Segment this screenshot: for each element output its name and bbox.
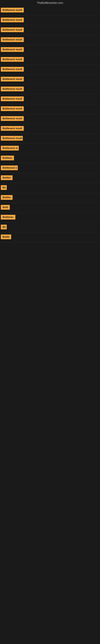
bottleneck-badge[interactable]: Bottlen xyxy=(1,195,13,200)
list-item: Bottleneck re xyxy=(0,144,100,154)
bottleneck-badge[interactable]: Bottleneck result xyxy=(1,86,24,91)
bottleneck-badge[interactable]: Bottleneck result xyxy=(1,18,24,22)
list-item: Bottlen xyxy=(0,193,100,203)
list-item: Bottleneck result xyxy=(0,65,100,75)
list-item: Bottleneck result xyxy=(0,84,100,94)
list-item: Bottleneck result xyxy=(0,94,100,104)
bottleneck-badge[interactable]: Bottleneck re xyxy=(1,146,19,150)
list-item: Bottleneck result xyxy=(0,114,100,124)
list-item: Bo xyxy=(0,183,100,193)
bottleneck-badge[interactable]: Bottleneck result xyxy=(1,106,24,111)
bottleneck-badge[interactable]: Bottleneck result xyxy=(1,67,24,72)
site-title: TheBottlenecker.com xyxy=(0,0,100,6)
list-item: Bottl xyxy=(0,203,100,213)
bottleneck-badge[interactable]: Bottleneck result xyxy=(1,136,23,141)
list-item: Bottlen xyxy=(0,173,100,183)
bottleneck-badge[interactable]: Bottleneck result xyxy=(1,96,24,101)
bottleneck-badge[interactable]: Bottleneck result xyxy=(1,57,24,62)
list-item: Bottleneck result xyxy=(0,16,100,25)
list-item: Bottleneck result xyxy=(0,45,100,55)
list-item: Bottlene xyxy=(0,154,100,164)
list-item: Bottlenec xyxy=(0,213,100,222)
list-item: Bottleneck result xyxy=(0,35,100,45)
badges-container: Bottleneck resultBottleneck resultBottle… xyxy=(0,6,100,242)
bottleneck-badge[interactable]: Bottleneck result xyxy=(1,37,24,42)
bottleneck-badge[interactable]: Bottlen xyxy=(1,175,13,180)
bottleneck-badge[interactable]: Bo xyxy=(1,224,7,230)
list-item: Bottleneck result xyxy=(0,6,100,16)
bottleneck-badge[interactable]: Bottleneck result xyxy=(1,116,24,121)
bottleneck-badge[interactable]: Bottleneck result xyxy=(1,77,24,82)
list-item: Bottleneck result xyxy=(0,55,100,65)
list-item: Bottleneck result xyxy=(0,75,100,84)
bottleneck-badge[interactable]: Bottleneck e xyxy=(1,166,18,170)
list-item: Bottleneck e xyxy=(0,164,100,173)
bottleneck-badge[interactable]: Bottleneck result xyxy=(1,27,24,32)
bottleneck-badge[interactable]: Bottleneck result xyxy=(1,8,24,12)
list-item: Bottleneck result xyxy=(0,25,100,35)
list-item: Bottleneck result xyxy=(0,124,100,134)
list-item: Bottleneck result xyxy=(0,104,100,114)
bottleneck-badge[interactable]: Bottleneck result xyxy=(1,47,24,52)
bottleneck-badge[interactable]: Bottle xyxy=(1,234,11,239)
list-item: Bottle xyxy=(0,232,100,242)
bottleneck-badge[interactable]: Bo xyxy=(1,185,7,190)
bottleneck-badge[interactable]: Bottlene xyxy=(1,156,14,160)
list-item: Bo xyxy=(0,222,100,232)
bottleneck-badge[interactable]: Bottleneck result xyxy=(1,126,24,131)
list-item: Bottleneck result xyxy=(0,134,100,144)
bottleneck-badge[interactable]: Bottlenec xyxy=(1,215,15,220)
bottleneck-badge[interactable]: Bottl xyxy=(1,205,10,210)
